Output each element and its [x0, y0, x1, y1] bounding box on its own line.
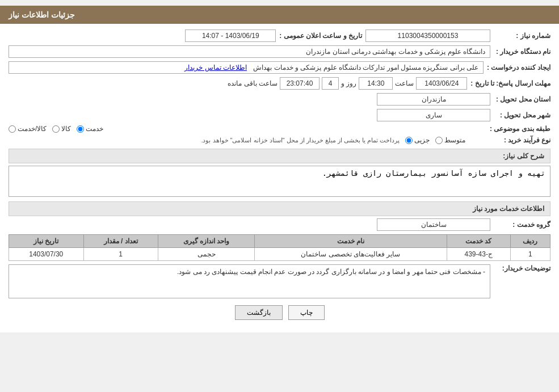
category-service-label: خدمت	[86, 125, 103, 133]
purchase-small-label: جزیی	[414, 136, 430, 144]
requester-label: ایجاد کننده درخواست :	[487, 64, 550, 71]
tender-number-label: شماره نیاز :	[494, 32, 550, 40]
tender-number-value: 1103004350000153	[365, 29, 490, 42]
purchase-small-radio[interactable]	[405, 137, 413, 144]
group-service-row: گروه خدمت : ساختمان	[9, 218, 550, 231]
description-textarea[interactable]: تهیه و اجرای سازه آسانسور بیمارستان رازی…	[9, 166, 550, 197]
col-unit: واحد اندازه گیری	[158, 235, 254, 248]
purchase-medium-radio[interactable]	[435, 137, 443, 144]
purchase-type-content: متوسط جزیی پرداخت تمام یا بخشی از مبلغ خ…	[9, 136, 490, 144]
requester-text: علی برانی سنگریزه مسئول امور تدارکات دان…	[253, 64, 478, 71]
category-both-radio[interactable]	[9, 125, 16, 133]
deadline-days: 4	[322, 77, 339, 90]
deadline-fields: 1403/06/24 ساعت 14:30 روز و 4 23:07:40 س…	[9, 77, 467, 90]
content-area: شماره نیاز : 1103004350000153 تاریخ و سا…	[0, 24, 559, 332]
table-cell-name: سایر فعالیت‌های تخصصی ساختمان	[255, 248, 447, 261]
city-label: شهر محل تحویل :	[494, 111, 550, 119]
col-name: نام خدمت	[255, 235, 447, 248]
page-title: جزئیات اطلاعات نیاز	[9, 10, 75, 19]
purchase-type-row: نوع فرآیند خرید : متوسط جزیی پرداخت تمام…	[9, 136, 550, 144]
category-goods-radio[interactable]	[52, 125, 60, 133]
col-count: تعداد / مقدار	[83, 235, 158, 248]
purchase-option-medium[interactable]: متوسط	[435, 136, 465, 144]
description-section-header: شرح کلی نیاز:	[9, 149, 550, 163]
city-row: شهر محل تحویل : ساری	[9, 109, 550, 121]
deadline-row: مهلت ارسال پاسخ: تا تاریخ : 1403/06/24 س…	[9, 77, 550, 90]
buyer-desc-row: توضیحات خریدار: - مشخصات فنی حتما مهر و …	[9, 264, 550, 298]
services-section-header: اطلاعات خدمات مورد نیاز	[9, 201, 550, 216]
category-option-goods[interactable]: کالا	[52, 125, 71, 133]
category-option-both[interactable]: کالا/خدمت	[9, 125, 47, 133]
print-button[interactable]: چاپ	[288, 305, 325, 320]
announce-value: 1403/06/19 - 14:07	[185, 29, 276, 42]
buyer-desc-text: - مشخصات فنی حتما مهر و امضا و در سامانه…	[177, 268, 485, 276]
col-row-num: ردیف	[510, 235, 550, 248]
table-cell-count: 1	[83, 248, 158, 261]
buyer-desc-label: توضیحات خریدار:	[494, 264, 550, 272]
purchase-medium-label: متوسط	[444, 136, 465, 144]
purchase-radio-group: متوسط جزیی	[405, 136, 490, 144]
deadline-days-label: روز و	[341, 79, 356, 87]
city-value: ساری	[377, 109, 490, 121]
back-button[interactable]: بازگشت	[235, 305, 283, 320]
page-wrapper: جزئیات اطلاعات نیاز شماره نیاز : 1103004…	[0, 6, 559, 332]
category-radio-group: خدمت کالا کالا/خدمت	[9, 125, 486, 133]
table-cell-date: 1403/07/30	[9, 248, 84, 261]
province-row: استان محل تحویل : مازندران	[9, 93, 550, 106]
buyer-row: نام دستگاه خریدار : دانشگاه علوم پزشکی و…	[9, 45, 550, 58]
purchase-option-small[interactable]: جزیی	[405, 136, 430, 144]
page-header: جزئیات اطلاعات نیاز	[0, 6, 559, 24]
buyer-value: دانشگاه علوم پزشکی و خدمات بهداشتی درمان…	[9, 45, 490, 58]
category-row: طبقه بندی موضوعی : خدمت کالا کالا/خدمت	[9, 125, 550, 133]
category-both-label: کالا/خدمت	[18, 125, 47, 133]
table-row: 1ج-43-439سایر فعالیت‌های تخصصی ساختمانحج…	[9, 248, 550, 261]
table-cell-code: ج-43-439	[447, 248, 510, 261]
deadline-date: 1403/06/24	[416, 77, 467, 90]
deadline-clock: 23:07:40	[280, 77, 320, 90]
requester-link[interactable]: اطلاعات تماس خریدار	[184, 64, 247, 71]
table-header-row: ردیف کد خدمت نام خدمت واحد اندازه گیری ت…	[9, 235, 550, 248]
table-cell-row: 1	[510, 248, 550, 261]
deadline-label: مهلت ارسال پاسخ: تا تاریخ :	[470, 79, 550, 87]
requester-row: ایجاد کننده درخواست : علی برانی سنگریزه …	[9, 61, 550, 74]
button-row: چاپ بازگشت	[9, 305, 550, 320]
col-code: کد خدمت	[447, 235, 510, 248]
category-service-radio[interactable]	[77, 125, 84, 133]
group-service-value: ساختمان	[377, 218, 490, 231]
province-label: استان محل تحویل :	[494, 95, 550, 103]
buyer-desc-box: - مشخصات فنی حتما مهر و امضا و در سامانه…	[9, 264, 490, 298]
category-option-service[interactable]: خدمت	[77, 125, 103, 133]
buyer-label: نام دستگاه خریدار :	[494, 48, 550, 56]
purchase-type-label: نوع فرآیند خرید :	[494, 136, 550, 144]
description-row: تهیه و اجرای سازه آسانسور بیمارستان رازی…	[9, 166, 550, 197]
purchase-note: پرداخت تمام یا بخشی از مبلغ خریدار از مح…	[201, 137, 400, 144]
category-label: طبقه بندی موضوعی :	[490, 125, 550, 133]
category-goods-label: کالا	[61, 125, 71, 133]
services-table: ردیف کد خدمت نام خدمت واحد اندازه گیری ت…	[9, 234, 550, 261]
table-cell-unit: حجمی	[158, 248, 254, 261]
requester-value: علی برانی سنگریزه مسئول امور تدارکات دان…	[9, 61, 484, 74]
deadline-time-label: ساعت	[395, 79, 414, 87]
deadline-time: 14:30	[359, 77, 393, 90]
tender-announce-row: شماره نیاز : 1103004350000153 تاریخ و سا…	[9, 29, 550, 42]
announce-label: تاریخ و ساعت اعلان عمومی :	[279, 32, 362, 40]
province-value: مازندران	[377, 93, 490, 106]
col-date: تاریخ نیاز	[9, 235, 84, 248]
deadline-suffix: ساعت باقی مانده	[228, 79, 278, 87]
group-service-label: گروه خدمت :	[494, 221, 550, 229]
